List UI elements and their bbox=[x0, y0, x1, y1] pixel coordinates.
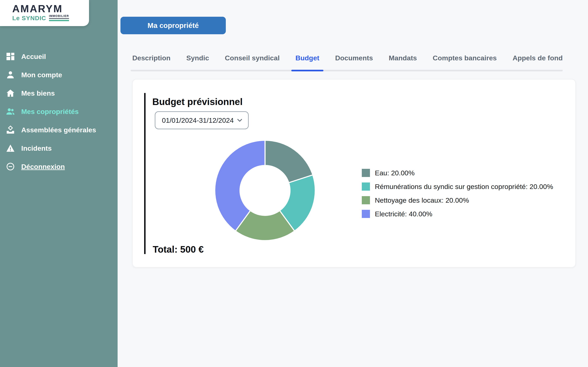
period-select-value: 01/01/2024-31/12/2024 bbox=[162, 117, 234, 124]
legend-label: Electricité: 40.00% bbox=[375, 210, 432, 218]
sidebar: AMARYM Le SYNDIC IMMOBILIER Accueil Mon … bbox=[0, 0, 118, 367]
sidebar-item-incidents[interactable]: Incidents bbox=[0, 139, 118, 157]
sidebar-item-label: Incidents bbox=[21, 144, 52, 152]
people-group-icon bbox=[6, 107, 15, 116]
budget-panel: Budget prévisionnel 01/01/2024-31/12/202… bbox=[132, 79, 576, 267]
warning-triangle-icon bbox=[6, 143, 15, 153]
tab-comptes-bancaires[interactable]: Comptes bancaires bbox=[433, 54, 497, 70]
chart-legend: Eau: 20.00% Rémunérations du syndic sur … bbox=[362, 169, 553, 218]
donut-chart[interactable] bbox=[213, 138, 317, 243]
legend-item[interactable]: Rémunérations du syndic sur gestion copr… bbox=[362, 183, 553, 191]
tab-documents[interactable]: Documents bbox=[335, 54, 373, 70]
sidebar-item-label: Mon compte bbox=[21, 71, 62, 79]
legend-item[interactable]: Eau: 20.00% bbox=[362, 169, 553, 177]
tab-mandats[interactable]: Mandats bbox=[389, 54, 417, 70]
legend-swatch bbox=[362, 196, 370, 204]
sidebar-item-accueil[interactable]: Accueil bbox=[0, 47, 118, 66]
tab-bar: Description Syndic Conseil syndical Budg… bbox=[132, 54, 563, 70]
tab-description[interactable]: Description bbox=[132, 54, 171, 70]
legend-item[interactable]: Electricité: 40.00% bbox=[362, 210, 553, 218]
sidebar-item-label: Mes copropriétés bbox=[21, 108, 79, 116]
panel-title: Budget prévisionnel bbox=[152, 96, 242, 107]
sidebar-item-label: Mes biens bbox=[21, 89, 55, 97]
logo-immobilier-text: IMMOBILIER bbox=[49, 14, 69, 19]
legend-item[interactable]: Nettoyage des locaux: 20.00% bbox=[362, 196, 553, 204]
accent-bar bbox=[144, 93, 146, 254]
logo-syndic-text: Le SYNDIC bbox=[12, 15, 46, 21]
logo-card[interactable]: AMARYM Le SYNDIC IMMOBILIER bbox=[0, 0, 89, 26]
period-select[interactable]: 01/01/2024-31/12/2024 bbox=[155, 111, 249, 129]
person-icon bbox=[6, 70, 15, 80]
brand-text: AMARYM bbox=[12, 4, 89, 14]
sidebar-item-label: Accueil bbox=[21, 53, 46, 60]
tab-conseil-syndical[interactable]: Conseil syndical bbox=[225, 54, 279, 70]
dashboard-grid-icon bbox=[6, 52, 15, 61]
legend-label: Rémunérations du syndic sur gestion copr… bbox=[375, 183, 553, 191]
legend-swatch bbox=[362, 183, 370, 191]
tab-syndic[interactable]: Syndic bbox=[186, 54, 209, 70]
home-icon bbox=[6, 89, 15, 98]
tab-budget[interactable]: Budget bbox=[295, 54, 319, 70]
sidebar-item-assemblees-generales[interactable]: Assemblées générales bbox=[0, 121, 118, 139]
sidebar-item-label: Assemblées générales bbox=[21, 126, 96, 134]
tabs-divider bbox=[131, 70, 563, 71]
sidebar-item-mon-compte[interactable]: Mon compte bbox=[0, 66, 118, 84]
ballot-box-icon bbox=[6, 125, 15, 134]
logout-circle-minus-icon bbox=[6, 162, 15, 171]
app-window: AMARYM Le SYNDIC IMMOBILIER Accueil Mon … bbox=[0, 0, 588, 367]
sidebar-item-label: Déconnexion bbox=[21, 163, 65, 171]
logo-underline-bar bbox=[49, 20, 69, 21]
sidebar-item-mes-coproprietes[interactable]: Mes copropriétés bbox=[0, 102, 118, 121]
sidebar-item-deconnexion[interactable]: Déconnexion bbox=[0, 157, 118, 176]
chevron-down-icon bbox=[237, 117, 243, 123]
legend-label: Eau: 20.00% bbox=[375, 169, 415, 177]
tab-appels-de-fond[interactable]: Appels de fond bbox=[512, 54, 563, 70]
sidebar-item-mes-biens[interactable]: Mes biens bbox=[0, 84, 118, 102]
total-label: Total: 500 € bbox=[153, 244, 204, 255]
legend-label: Nettoyage des locaux: 20.00% bbox=[375, 196, 469, 204]
legend-swatch bbox=[362, 169, 370, 177]
legend-swatch bbox=[362, 210, 370, 218]
sidebar-nav: Accueil Mon compte Mes biens Mes copropr… bbox=[0, 47, 118, 176]
context-button[interactable]: Ma copropriété bbox=[121, 17, 226, 34]
